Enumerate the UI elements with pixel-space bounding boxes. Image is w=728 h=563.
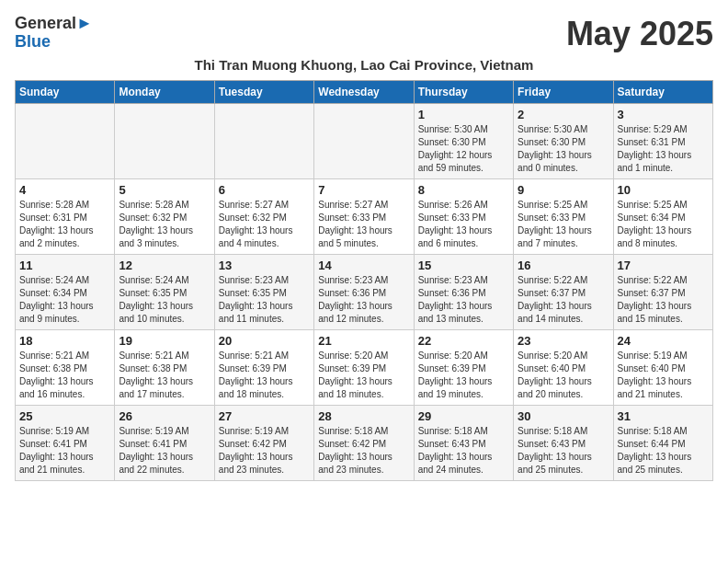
day-number: 2	[518, 108, 609, 121]
day-number: 7	[318, 183, 409, 197]
day-info: Sunrise: 5:22 AM Sunset: 6:37 PM Dayligh…	[618, 274, 709, 326]
calendar-cell: 13Sunrise: 5:23 AM Sunset: 6:35 PM Dayli…	[214, 255, 313, 330]
day-info: Sunrise: 5:29 AM Sunset: 6:31 PM Dayligh…	[618, 123, 709, 175]
calendar-cell: 29Sunrise: 5:18 AM Sunset: 6:43 PM Dayli…	[414, 406, 513, 481]
day-info: Sunrise: 5:19 AM Sunset: 6:40 PM Dayligh…	[618, 350, 709, 401]
column-header-monday: Monday	[115, 81, 214, 104]
day-info: Sunrise: 5:28 AM Sunset: 6:31 PM Dayligh…	[19, 199, 110, 250]
calendar-cell: 12Sunrise: 5:24 AM Sunset: 6:35 PM Dayli…	[115, 255, 214, 330]
calendar-cell: 31Sunrise: 5:18 AM Sunset: 6:44 PM Dayli…	[613, 406, 712, 481]
day-number: 16	[518, 259, 609, 272]
calendar-cell: 27Sunrise: 5:19 AM Sunset: 6:42 PM Dayli…	[214, 406, 313, 481]
calendar-table: SundayMondayTuesdayWednesdayThursdayFrid…	[15, 80, 713, 481]
day-number: 13	[219, 259, 310, 272]
day-number: 11	[19, 259, 110, 272]
day-info: Sunrise: 5:28 AM Sunset: 6:32 PM Dayligh…	[119, 199, 210, 250]
day-number: 24	[618, 334, 709, 348]
calendar-cell: 16Sunrise: 5:22 AM Sunset: 6:37 PM Dayli…	[514, 255, 613, 330]
page-subtitle: Thi Tran Muong Khuong, Lao Cai Province,…	[15, 57, 713, 73]
day-info: Sunrise: 5:23 AM Sunset: 6:36 PM Dayligh…	[418, 274, 509, 326]
calendar-cell: 7Sunrise: 5:27 AM Sunset: 6:33 PM Daylig…	[314, 179, 414, 255]
day-info: Sunrise: 5:19 AM Sunset: 6:41 PM Dayligh…	[119, 425, 210, 477]
day-number: 20	[219, 334, 310, 348]
day-number: 19	[119, 334, 210, 348]
column-header-wednesday: Wednesday	[314, 81, 414, 104]
column-header-sunday: Sunday	[16, 81, 115, 104]
calendar-cell: 10Sunrise: 5:25 AM Sunset: 6:34 PM Dayli…	[613, 179, 712, 255]
calendar-cell: 8Sunrise: 5:26 AM Sunset: 6:33 PM Daylig…	[414, 179, 513, 255]
calendar-cell: 24Sunrise: 5:19 AM Sunset: 6:40 PM Dayli…	[613, 330, 712, 406]
day-info: Sunrise: 5:30 AM Sunset: 6:30 PM Dayligh…	[418, 123, 509, 175]
calendar-header-row: SundayMondayTuesdayWednesdayThursdayFrid…	[16, 81, 713, 104]
column-header-saturday: Saturday	[613, 81, 712, 104]
day-info: Sunrise: 5:27 AM Sunset: 6:33 PM Dayligh…	[318, 199, 409, 250]
day-number: 18	[19, 334, 110, 348]
calendar-cell	[214, 104, 313, 179]
day-number: 17	[618, 259, 709, 272]
day-number: 14	[318, 259, 409, 272]
day-info: Sunrise: 5:20 AM Sunset: 6:40 PM Dayligh…	[518, 350, 609, 401]
calendar-cell	[314, 104, 414, 179]
day-info: Sunrise: 5:26 AM Sunset: 6:33 PM Dayligh…	[418, 199, 509, 250]
column-header-thursday: Thursday	[414, 81, 513, 104]
month-title: May 2025	[566, 15, 713, 53]
day-info: Sunrise: 5:21 AM Sunset: 6:38 PM Dayligh…	[119, 350, 210, 401]
day-info: Sunrise: 5:23 AM Sunset: 6:35 PM Dayligh…	[219, 274, 310, 326]
day-number: 29	[418, 409, 509, 423]
day-number: 25	[19, 409, 110, 423]
calendar-cell: 9Sunrise: 5:25 AM Sunset: 6:33 PM Daylig…	[514, 179, 613, 255]
day-info: Sunrise: 5:21 AM Sunset: 6:39 PM Dayligh…	[219, 350, 310, 401]
day-number: 9	[518, 183, 609, 197]
calendar-cell: 18Sunrise: 5:21 AM Sunset: 6:38 PM Dayli…	[16, 330, 115, 406]
calendar-cell: 14Sunrise: 5:23 AM Sunset: 6:36 PM Dayli…	[314, 255, 414, 330]
day-number: 12	[119, 259, 210, 272]
calendar-cell: 5Sunrise: 5:28 AM Sunset: 6:32 PM Daylig…	[115, 179, 214, 255]
calendar-cell: 2Sunrise: 5:30 AM Sunset: 6:30 PM Daylig…	[514, 104, 613, 179]
day-info: Sunrise: 5:18 AM Sunset: 6:42 PM Dayligh…	[318, 425, 409, 477]
day-number: 21	[318, 334, 409, 348]
day-info: Sunrise: 5:18 AM Sunset: 6:43 PM Dayligh…	[418, 425, 509, 477]
calendar-cell: 6Sunrise: 5:27 AM Sunset: 6:32 PM Daylig…	[214, 179, 313, 255]
calendar-week-3: 11Sunrise: 5:24 AM Sunset: 6:34 PM Dayli…	[16, 255, 713, 330]
calendar-cell: 20Sunrise: 5:21 AM Sunset: 6:39 PM Dayli…	[214, 330, 313, 406]
day-info: Sunrise: 5:19 AM Sunset: 6:41 PM Dayligh…	[19, 425, 110, 477]
day-info: Sunrise: 5:18 AM Sunset: 6:44 PM Dayligh…	[618, 425, 709, 477]
day-number: 10	[618, 183, 709, 197]
day-number: 1	[418, 108, 509, 121]
column-header-friday: Friday	[514, 81, 613, 104]
calendar-cell	[16, 104, 115, 179]
calendar-cell: 25Sunrise: 5:19 AM Sunset: 6:41 PM Dayli…	[16, 406, 115, 481]
day-number: 8	[418, 183, 509, 197]
day-number: 5	[119, 183, 210, 197]
calendar-cell: 19Sunrise: 5:21 AM Sunset: 6:38 PM Dayli…	[115, 330, 214, 406]
day-number: 22	[418, 334, 509, 348]
calendar-cell: 4Sunrise: 5:28 AM Sunset: 6:31 PM Daylig…	[16, 179, 115, 255]
calendar-cell: 26Sunrise: 5:19 AM Sunset: 6:41 PM Dayli…	[115, 406, 214, 481]
calendar-cell: 11Sunrise: 5:24 AM Sunset: 6:34 PM Dayli…	[16, 255, 115, 330]
calendar-body: 1Sunrise: 5:30 AM Sunset: 6:30 PM Daylig…	[16, 104, 713, 481]
day-info: Sunrise: 5:27 AM Sunset: 6:32 PM Dayligh…	[219, 199, 310, 250]
day-info: Sunrise: 5:25 AM Sunset: 6:34 PM Dayligh…	[618, 199, 709, 250]
column-header-tuesday: Tuesday	[214, 81, 313, 104]
day-number: 6	[219, 183, 310, 197]
calendar-cell: 23Sunrise: 5:20 AM Sunset: 6:40 PM Dayli…	[514, 330, 613, 406]
day-info: Sunrise: 5:18 AM Sunset: 6:43 PM Dayligh…	[518, 425, 609, 477]
day-number: 28	[318, 409, 409, 423]
calendar-week-2: 4Sunrise: 5:28 AM Sunset: 6:31 PM Daylig…	[16, 179, 713, 255]
calendar-cell: 30Sunrise: 5:18 AM Sunset: 6:43 PM Dayli…	[514, 406, 613, 481]
calendar-cell: 28Sunrise: 5:18 AM Sunset: 6:42 PM Dayli…	[314, 406, 414, 481]
day-info: Sunrise: 5:25 AM Sunset: 6:33 PM Dayligh…	[518, 199, 609, 250]
calendar-week-1: 1Sunrise: 5:30 AM Sunset: 6:30 PM Daylig…	[16, 104, 713, 179]
calendar-week-5: 25Sunrise: 5:19 AM Sunset: 6:41 PM Dayli…	[16, 406, 713, 481]
logo: General► Blue	[15, 15, 93, 52]
day-info: Sunrise: 5:20 AM Sunset: 6:39 PM Dayligh…	[418, 350, 509, 401]
calendar-cell: 17Sunrise: 5:22 AM Sunset: 6:37 PM Dayli…	[613, 255, 712, 330]
logo-blue: Blue	[15, 32, 51, 51]
day-info: Sunrise: 5:30 AM Sunset: 6:30 PM Dayligh…	[518, 123, 609, 175]
day-number: 30	[518, 409, 609, 423]
calendar-cell: 22Sunrise: 5:20 AM Sunset: 6:39 PM Dayli…	[414, 330, 513, 406]
day-number: 3	[618, 108, 709, 121]
day-info: Sunrise: 5:20 AM Sunset: 6:39 PM Dayligh…	[318, 350, 409, 401]
calendar-cell: 1Sunrise: 5:30 AM Sunset: 6:30 PM Daylig…	[414, 104, 513, 179]
calendar-cell: 3Sunrise: 5:29 AM Sunset: 6:31 PM Daylig…	[613, 104, 712, 179]
